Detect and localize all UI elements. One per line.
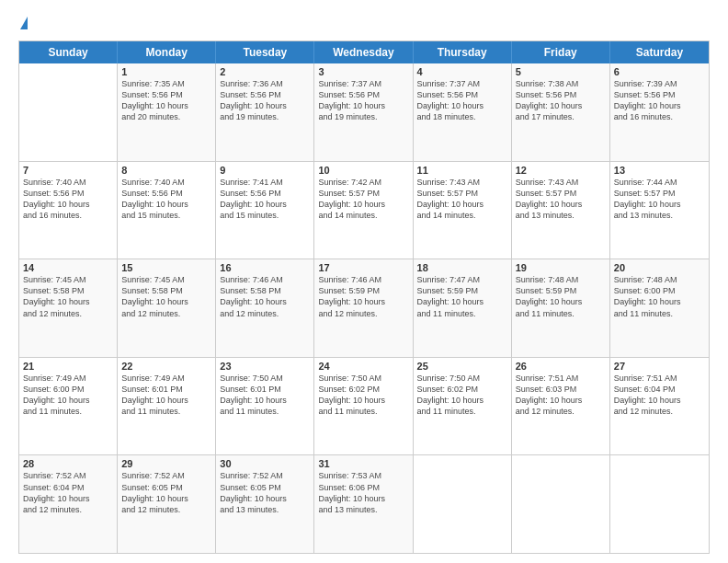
day-number: 11 <box>417 165 507 176</box>
calendar-header-cell: Saturday <box>610 41 709 63</box>
day-number: 4 <box>417 66 507 77</box>
calendar-header-cell: Sunday <box>19 41 118 63</box>
calendar-header-cell: Friday <box>512 41 610 63</box>
calendar: SundayMondayTuesdayWednesdayThursdayFrid… <box>18 40 710 554</box>
calendar-day-cell: 24Sunrise: 7:50 AM Sunset: 6:02 PM Dayli… <box>314 358 413 455</box>
calendar-week-row: 14Sunrise: 7:45 AM Sunset: 5:58 PM Dayli… <box>19 259 709 358</box>
calendar-day-cell: 1Sunrise: 7:35 AM Sunset: 5:56 PM Daylig… <box>118 63 216 161</box>
day-info: Sunrise: 7:40 AM Sunset: 5:56 PM Dayligh… <box>23 177 113 222</box>
day-number: 2 <box>220 66 310 77</box>
day-info: Sunrise: 7:44 AM Sunset: 5:57 PM Dayligh… <box>614 177 705 222</box>
day-number: 23 <box>220 361 310 372</box>
day-info: Sunrise: 7:53 AM Sunset: 6:06 PM Dayligh… <box>318 470 408 515</box>
day-number: 22 <box>121 361 211 372</box>
calendar-day-cell: 28Sunrise: 7:52 AM Sunset: 6:04 PM Dayli… <box>19 455 118 553</box>
day-number: 18 <box>417 262 507 273</box>
calendar-day-cell: 18Sunrise: 7:47 AM Sunset: 5:59 PM Dayli… <box>414 259 512 357</box>
day-info: Sunrise: 7:37 AM Sunset: 5:56 PM Dayligh… <box>417 78 507 123</box>
day-info: Sunrise: 7:52 AM Sunset: 6:05 PM Dayligh… <box>220 470 310 515</box>
day-info: Sunrise: 7:37 AM Sunset: 5:56 PM Dayligh… <box>318 78 408 123</box>
calendar-day-cell: 26Sunrise: 7:51 AM Sunset: 6:03 PM Dayli… <box>512 358 610 455</box>
day-info: Sunrise: 7:46 AM Sunset: 5:58 PM Dayligh… <box>220 274 310 319</box>
day-info: Sunrise: 7:42 AM Sunset: 5:57 PM Dayligh… <box>318 177 408 222</box>
calendar-day-cell: 11Sunrise: 7:43 AM Sunset: 5:57 PM Dayli… <box>414 162 512 259</box>
calendar-day-cell: 17Sunrise: 7:46 AM Sunset: 5:59 PM Dayli… <box>314 259 413 357</box>
calendar-day-cell: 13Sunrise: 7:44 AM Sunset: 5:57 PM Dayli… <box>610 162 709 259</box>
day-number: 16 <box>220 262 310 273</box>
logo-triangle-icon <box>20 17 28 29</box>
calendar-day-cell: 2Sunrise: 7:36 AM Sunset: 5:56 PM Daylig… <box>216 63 314 161</box>
calendar-day-cell: 23Sunrise: 7:50 AM Sunset: 6:01 PM Dayli… <box>216 358 314 455</box>
day-number: 27 <box>614 361 705 372</box>
day-number: 28 <box>23 458 113 469</box>
calendar-week-row: 1Sunrise: 7:35 AM Sunset: 5:56 PM Daylig… <box>19 63 709 162</box>
day-info: Sunrise: 7:35 AM Sunset: 5:56 PM Dayligh… <box>121 78 211 123</box>
calendar-week-row: 21Sunrise: 7:49 AM Sunset: 6:00 PM Dayli… <box>19 358 709 456</box>
day-number: 12 <box>516 165 606 176</box>
day-number: 7 <box>23 165 113 176</box>
calendar-day-cell <box>414 455 512 553</box>
calendar-day-cell: 9Sunrise: 7:41 AM Sunset: 5:56 PM Daylig… <box>216 162 314 259</box>
day-info: Sunrise: 7:51 AM Sunset: 6:04 PM Dayligh… <box>614 373 705 418</box>
day-number: 24 <box>318 361 408 372</box>
day-number: 20 <box>614 262 705 273</box>
calendar-week-row: 28Sunrise: 7:52 AM Sunset: 6:04 PM Dayli… <box>19 455 709 553</box>
day-number: 13 <box>614 165 705 176</box>
day-info: Sunrise: 7:43 AM Sunset: 5:57 PM Dayligh… <box>516 177 606 222</box>
calendar-header-cell: Wednesday <box>314 41 413 63</box>
calendar-day-cell: 22Sunrise: 7:49 AM Sunset: 6:01 PM Dayli… <box>118 358 216 455</box>
calendar-day-cell: 31Sunrise: 7:53 AM Sunset: 6:06 PM Dayli… <box>314 455 413 553</box>
day-number: 31 <box>318 458 408 469</box>
calendar-day-cell: 20Sunrise: 7:48 AM Sunset: 6:00 PM Dayli… <box>610 259 709 357</box>
calendar-header-cell: Thursday <box>414 41 512 63</box>
day-info: Sunrise: 7:50 AM Sunset: 6:01 PM Dayligh… <box>220 373 310 418</box>
calendar-day-cell: 5Sunrise: 7:38 AM Sunset: 5:56 PM Daylig… <box>512 63 610 161</box>
day-info: Sunrise: 7:45 AM Sunset: 5:58 PM Dayligh… <box>23 274 113 319</box>
calendar-day-cell: 16Sunrise: 7:46 AM Sunset: 5:58 PM Dayli… <box>216 259 314 357</box>
page: SundayMondayTuesdayWednesdayThursdayFrid… <box>0 0 728 563</box>
day-info: Sunrise: 7:48 AM Sunset: 5:59 PM Dayligh… <box>516 274 606 319</box>
calendar-day-cell: 25Sunrise: 7:50 AM Sunset: 6:02 PM Dayli… <box>414 358 512 455</box>
calendar-body: 1Sunrise: 7:35 AM Sunset: 5:56 PM Daylig… <box>19 63 709 553</box>
calendar-day-cell <box>19 63 118 161</box>
day-info: Sunrise: 7:38 AM Sunset: 5:56 PM Dayligh… <box>516 78 606 123</box>
calendar-day-cell: 15Sunrise: 7:45 AM Sunset: 5:58 PM Dayli… <box>118 259 216 357</box>
calendar-day-cell: 4Sunrise: 7:37 AM Sunset: 5:56 PM Daylig… <box>414 63 512 161</box>
day-number: 17 <box>318 262 408 273</box>
day-info: Sunrise: 7:49 AM Sunset: 6:01 PM Dayligh… <box>121 373 211 418</box>
calendar-day-cell: 10Sunrise: 7:42 AM Sunset: 5:57 PM Dayli… <box>314 162 413 259</box>
calendar-week-row: 7Sunrise: 7:40 AM Sunset: 5:56 PM Daylig… <box>19 162 709 260</box>
day-number: 26 <box>516 361 606 372</box>
calendar-day-cell: 27Sunrise: 7:51 AM Sunset: 6:04 PM Dayli… <box>610 358 709 455</box>
day-number: 9 <box>220 165 310 176</box>
day-number: 5 <box>516 66 606 77</box>
day-info: Sunrise: 7:40 AM Sunset: 5:56 PM Dayligh… <box>121 177 211 222</box>
day-number: 1 <box>121 66 211 77</box>
header <box>18 17 710 31</box>
day-number: 29 <box>121 458 211 469</box>
day-number: 8 <box>121 165 211 176</box>
calendar-header-cell: Tuesday <box>216 41 314 63</box>
calendar-day-cell: 6Sunrise: 7:39 AM Sunset: 5:56 PM Daylig… <box>610 63 709 161</box>
day-info: Sunrise: 7:46 AM Sunset: 5:59 PM Dayligh… <box>318 274 408 319</box>
day-number: 30 <box>220 458 310 469</box>
day-info: Sunrise: 7:45 AM Sunset: 5:58 PM Dayligh… <box>121 274 211 319</box>
day-info: Sunrise: 7:39 AM Sunset: 5:56 PM Dayligh… <box>614 78 705 123</box>
day-info: Sunrise: 7:36 AM Sunset: 5:56 PM Dayligh… <box>220 78 310 123</box>
day-info: Sunrise: 7:47 AM Sunset: 5:59 PM Dayligh… <box>417 274 507 319</box>
calendar-header-cell: Monday <box>118 41 216 63</box>
calendar-day-cell: 21Sunrise: 7:49 AM Sunset: 6:00 PM Dayli… <box>19 358 118 455</box>
day-number: 14 <box>23 262 113 273</box>
day-info: Sunrise: 7:49 AM Sunset: 6:00 PM Dayligh… <box>23 373 113 418</box>
day-info: Sunrise: 7:41 AM Sunset: 5:56 PM Dayligh… <box>220 177 310 222</box>
day-number: 25 <box>417 361 507 372</box>
day-number: 3 <box>318 66 408 77</box>
day-info: Sunrise: 7:52 AM Sunset: 6:04 PM Dayligh… <box>23 470 113 515</box>
calendar-day-cell: 12Sunrise: 7:43 AM Sunset: 5:57 PM Dayli… <box>512 162 610 259</box>
day-info: Sunrise: 7:43 AM Sunset: 5:57 PM Dayligh… <box>417 177 507 222</box>
calendar-day-cell <box>610 455 709 553</box>
day-number: 19 <box>516 262 606 273</box>
logo <box>18 17 28 31</box>
calendar-day-cell: 3Sunrise: 7:37 AM Sunset: 5:56 PM Daylig… <box>314 63 413 161</box>
day-info: Sunrise: 7:50 AM Sunset: 6:02 PM Dayligh… <box>417 373 507 418</box>
